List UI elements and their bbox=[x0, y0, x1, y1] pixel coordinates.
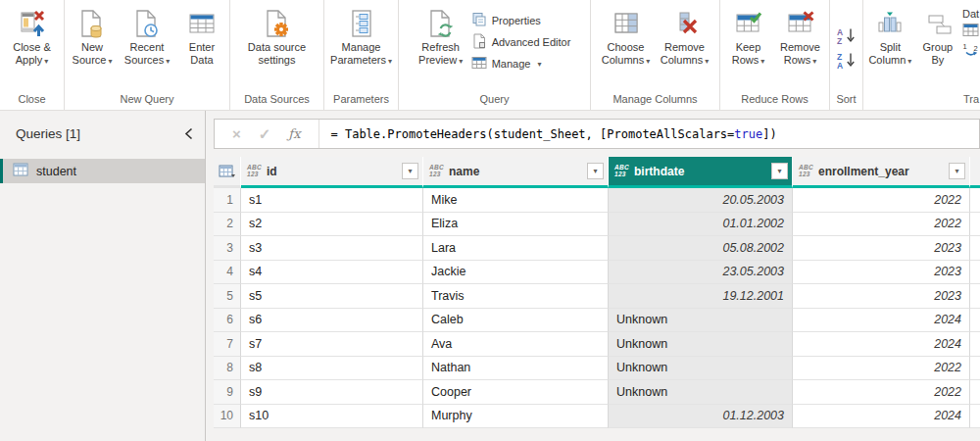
split-column-button[interactable]: Split Column▾ bbox=[863, 6, 917, 68]
cell-enrollment-year[interactable]: 2024 bbox=[793, 405, 970, 429]
cell-birthdate[interactable]: Unknown bbox=[609, 380, 793, 405]
cell-enrollment-year[interactable]: 2023 bbox=[793, 236, 970, 261]
row-number[interactable]: 4 bbox=[214, 261, 241, 285]
cell-birthdate[interactable]: 01.01.2002 bbox=[609, 213, 793, 237]
manage-button[interactable]: Manage ▾ bbox=[471, 53, 571, 74]
first-row-headers-icon[interactable] bbox=[962, 23, 980, 39]
row-number[interactable]: 3 bbox=[214, 236, 241, 261]
select-all-corner-button[interactable] bbox=[214, 157, 241, 188]
grid-body: 1s1Mike20.05.200320222s2Eliza01.01.20022… bbox=[214, 188, 980, 428]
keep-rows-button[interactable]: Keep Rows▾ bbox=[723, 6, 774, 68]
grid-header-row: ABC123 id ▾ ABC123 name ▾ ABC123 birthda… bbox=[214, 157, 980, 188]
cell-id[interactable]: s1 bbox=[241, 188, 423, 213]
filter-dropdown-icon[interactable]: ▾ bbox=[587, 163, 604, 179]
cell-name[interactable]: Murphy bbox=[423, 405, 609, 429]
cell-id[interactable]: s9 bbox=[241, 380, 423, 405]
row-number[interactable]: 9 bbox=[214, 380, 241, 405]
cell-enrollment-year[interactable]: 2022 bbox=[793, 213, 970, 237]
row-number[interactable]: 2 bbox=[214, 213, 241, 237]
cell-id[interactable]: s6 bbox=[241, 309, 423, 333]
cell-name[interactable]: Cooper bbox=[423, 380, 609, 405]
cancel-formula-button[interactable]: × bbox=[232, 125, 241, 142]
cell-id[interactable]: s3 bbox=[241, 236, 423, 261]
column-header-id[interactable]: ABC123 id ▾ bbox=[241, 157, 423, 188]
cell-id[interactable]: s7 bbox=[241, 332, 423, 357]
chevron-down-icon: ▾ bbox=[812, 57, 816, 66]
cell-name[interactable]: Eliza bbox=[423, 213, 609, 237]
column-header-birthdate[interactable]: ABC123 birthdate ▾ bbox=[609, 157, 793, 188]
properties-button[interactable]: Properties bbox=[471, 10, 571, 31]
group-by-button[interactable]: Group By bbox=[917, 6, 958, 67]
recent-sources-label: Recent Sources bbox=[124, 41, 165, 66]
filter-dropdown-icon[interactable]: ▾ bbox=[402, 163, 418, 179]
cell-enrollment-year[interactable]: 2024 bbox=[793, 309, 970, 333]
row-number[interactable]: 10 bbox=[214, 405, 241, 429]
cell-birthdate[interactable]: 19.12.2001 bbox=[609, 284, 793, 309]
cell-enrollment-year[interactable]: 2023 bbox=[793, 284, 970, 309]
enter-data-button[interactable]: Enter Data bbox=[174, 6, 229, 67]
choose-columns-button[interactable]: Choose Columns▾ bbox=[597, 6, 656, 68]
formula-input[interactable]: = Table.PromoteHeaders(student_Sheet, [P… bbox=[319, 127, 980, 141]
new-source-button[interactable]: New Source▾ bbox=[65, 6, 120, 68]
cell-name[interactable]: Caleb bbox=[423, 309, 609, 333]
row-number[interactable]: 7 bbox=[214, 332, 241, 357]
cell-enrollment-year[interactable]: 2023 bbox=[793, 261, 970, 285]
remove-columns-label: Remove Columns bbox=[661, 41, 705, 66]
cell-name[interactable]: Ava bbox=[423, 332, 609, 357]
refresh-preview-button[interactable]: Refresh Preview▾ bbox=[413, 6, 469, 68]
recent-sources-button[interactable]: Recent Sources▾ bbox=[120, 6, 174, 68]
filter-dropdown-icon[interactable]: ▾ bbox=[771, 163, 788, 179]
cell-name[interactable]: Lara bbox=[423, 236, 609, 261]
cell-birthdate[interactable]: Unknown bbox=[609, 309, 793, 333]
cell-id[interactable]: s8 bbox=[241, 357, 423, 381]
collapse-pane-button[interactable] bbox=[184, 127, 193, 140]
group-label-close: Close bbox=[0, 91, 64, 110]
replace-values-icon[interactable]: 1 2 bbox=[962, 42, 980, 60]
row-number[interactable]: 6 bbox=[214, 309, 241, 333]
remove-rows-button[interactable]: Remove Rows▾ bbox=[774, 6, 827, 68]
cell-enrollment-year[interactable]: 2024 bbox=[793, 332, 970, 357]
cell-birthdate[interactable]: 05.08.2002 bbox=[609, 236, 793, 261]
column-type-icon[interactable]: ABC123 bbox=[247, 165, 262, 177]
row-number[interactable]: 5 bbox=[214, 284, 241, 309]
table-row: 6s6CalebUnknown2024 bbox=[214, 309, 980, 333]
cell-enrollment-year[interactable]: 2022 bbox=[793, 188, 970, 213]
commit-formula-button[interactable]: ✓ bbox=[259, 125, 271, 143]
cell-birthdate[interactable]: 23.05.2003 bbox=[609, 261, 793, 285]
column-header-name[interactable]: ABC123 name ▾ bbox=[423, 157, 609, 188]
sort-ascending-button[interactable]: A Z bbox=[836, 27, 858, 48]
cell-birthdate[interactable]: 20.05.2003 bbox=[609, 188, 793, 213]
query-item-student[interactable]: student bbox=[0, 159, 205, 183]
cell-enrollment-year[interactable]: 2022 bbox=[793, 357, 970, 381]
cell-id[interactable]: s4 bbox=[241, 261, 423, 285]
remove-columns-button[interactable]: Remove Columns▾ bbox=[656, 6, 714, 68]
fx-icon[interactable]: ƒx bbox=[288, 126, 300, 141]
row-number[interactable]: 8 bbox=[214, 357, 241, 381]
cell-name[interactable]: Jackie bbox=[423, 261, 609, 285]
sort-descending-button[interactable]: Z A bbox=[836, 52, 858, 73]
cell-birthdate[interactable]: 01.12.2003 bbox=[609, 405, 793, 429]
row-number[interactable]: 1 bbox=[214, 188, 241, 213]
cell-birthdate[interactable]: Unknown bbox=[609, 332, 793, 357]
column-type-icon[interactable]: ABC123 bbox=[799, 165, 813, 177]
cell-enrollment-year[interactable]: 2022 bbox=[793, 380, 970, 405]
advanced-editor-button[interactable]: Advanced Editor bbox=[471, 31, 571, 53]
data-source-settings-button[interactable]: Data source settings bbox=[238, 6, 317, 67]
filter-dropdown-icon[interactable]: ▾ bbox=[949, 163, 965, 179]
cell-name[interactable]: Travis bbox=[423, 284, 609, 309]
cell-name[interactable]: Nathan bbox=[423, 357, 609, 381]
data-grid: ABC123 id ▾ ABC123 name ▾ ABC123 birthda… bbox=[206, 157, 980, 441]
cell-overflow bbox=[970, 188, 980, 213]
manage-parameters-button[interactable]: Manage Parameters▾ bbox=[326, 6, 397, 68]
close-apply-button[interactable]: Close & Apply▾ bbox=[5, 6, 60, 68]
data-type-label-partial[interactable]: Dat bbox=[962, 8, 980, 20]
column-header-enrollment-year[interactable]: ABC123 enrollment_year ▾ bbox=[793, 157, 970, 188]
enter-data-icon bbox=[187, 6, 217, 41]
cell-id[interactable]: s10 bbox=[241, 405, 423, 429]
cell-id[interactable]: s5 bbox=[241, 284, 423, 309]
column-type-icon[interactable]: ABC123 bbox=[429, 165, 444, 177]
column-type-icon[interactable]: ABC123 bbox=[614, 165, 629, 177]
cell-name[interactable]: Mike bbox=[423, 188, 609, 213]
cell-birthdate[interactable]: Unknown bbox=[609, 357, 793, 381]
cell-id[interactable]: s2 bbox=[241, 213, 423, 237]
